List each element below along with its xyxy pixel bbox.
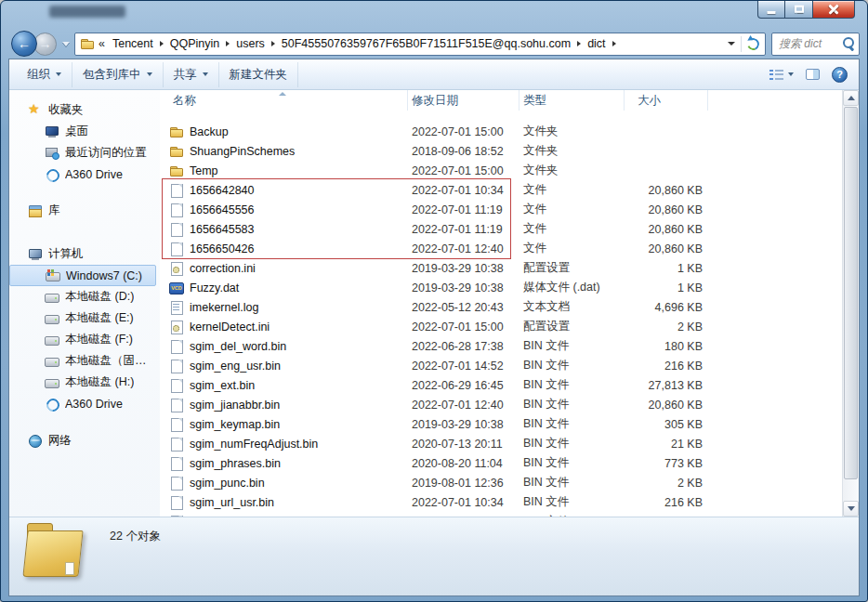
recent-pages-chevron-icon[interactable] — [62, 42, 70, 46]
sidebar-item-label: 本地磁盘 (F:) — [65, 332, 133, 347]
sidebar-item[interactable]: 本地磁盘（固态） — [9, 350, 156, 372]
breadcrumb-segment-group: dict — [584, 35, 618, 52]
maximize-button[interactable] — [785, 1, 812, 19]
address-dropdown-icon[interactable] — [728, 42, 735, 46]
sidebar-item[interactable]: 收藏夹 — [9, 99, 156, 121]
vertical-scrollbar[interactable] — [842, 90, 859, 517]
file-row[interactable]: Fuzzy.dat 2019-03-29 10:38 媒体文件 (.dat) 1… — [160, 278, 842, 297]
toolbar-button[interactable]: 包含到库中 — [72, 62, 164, 87]
file-type-cell: BIN 文件 — [519, 377, 625, 393]
sidebar-item[interactable]: 本地磁盘 (F:) — [9, 329, 156, 350]
sidebar-item[interactable]: A360 Drive — [9, 164, 156, 185]
breadcrumb-arrow-icon[interactable] — [577, 41, 581, 46]
refresh-icon[interactable] — [746, 37, 760, 51]
file-rows: Backup 2022-07-01 15:00 文件夹 ShuangPinSch… — [160, 122, 842, 517]
sidebar-item[interactable]: A360 Drive — [9, 393, 156, 414]
sidebar-item[interactable]: 网络 — [9, 430, 156, 452]
sidebar-item-label: 本地磁盘 (E:) — [65, 310, 134, 326]
file-type-cell: BIN 文件 — [519, 494, 625, 510]
back-button[interactable]: ← — [11, 31, 37, 57]
breadcrumb-overflow[interactable]: « — [95, 37, 109, 50]
file-row[interactable]: sgim_keymap.bin 2019-03-29 10:38 BIN 文件 … — [160, 414, 842, 434]
breadcrumb-segment[interactable]: 50F4555076359767F65B0F71511F515E@qq.sohu… — [278, 35, 574, 52]
scroll-up-button[interactable] — [843, 90, 859, 106]
column-header-type[interactable]: 类型 — [519, 90, 625, 111]
sidebar-item-label: 本地磁盘 (D:) — [65, 289, 134, 305]
file-row[interactable]: 1656650426 2022-07-01 12:40 文件 20,860 KB — [160, 239, 842, 258]
sidebar-item[interactable]: 最近访问的位置 — [9, 142, 156, 164]
toolbar-button[interactable]: 组织 — [17, 62, 72, 87]
file-type-cell: 文件夹 — [519, 163, 625, 178]
search-box[interactable]: 搜索 dict — [771, 33, 860, 56]
chevron-down-icon — [788, 72, 794, 76]
file-name: Fuzzy.dat — [190, 281, 239, 294]
file-list: 名称 修改日期 类型 大小 Backup 2022-07-01 15:00 文 — [160, 90, 842, 517]
breadcrumb-arrow-icon[interactable] — [226, 41, 230, 46]
file-type-cell: 文件夹 — [519, 124, 625, 139]
sidebar-item[interactable]: 库 — [9, 200, 156, 221]
sidebar-item[interactable]: 本地磁盘 (E:) — [9, 308, 156, 329]
breadcrumb-segment[interactable]: QQPinyin — [166, 35, 224, 52]
sidebar-item-label: 本地磁盘（固态） — [65, 353, 156, 369]
file-type-cell: BIN 文件 — [519, 455, 625, 471]
file-row[interactable]: ShuangPinSchemes 2018-09-06 18:52 文件夹 — [160, 141, 842, 161]
file-row[interactable]: 1656645556 2022-07-01 11:19 文件 20,860 KB — [160, 200, 842, 219]
sidebar-item[interactable]: 桌面 — [9, 121, 156, 142]
file-row[interactable]: sgim_url_usr.bin 2022-07-01 10:34 BIN 文件… — [160, 492, 842, 512]
sidebar-item[interactable]: 计算机 — [9, 243, 156, 265]
breadcrumb-segment-group: users — [232, 35, 278, 52]
file-name: Temp — [190, 164, 218, 177]
sidebar-item-label: 网络 — [48, 433, 72, 449]
close-button[interactable] — [812, 1, 855, 19]
breadcrumb-arrow-icon[interactable] — [160, 41, 164, 46]
scrollbar-thumb[interactable] — [844, 107, 858, 479]
sidebar-item[interactable]: 本地磁盘 (H:) — [9, 372, 156, 393]
column-header-size[interactable]: 大小 — [625, 90, 708, 111]
file-size-cell: 2 KB — [625, 477, 708, 490]
minimize-button[interactable] — [757, 1, 785, 19]
sidebar-item[interactable]: 本地磁盘 (D:) — [9, 286, 156, 308]
breadcrumb-arrow-icon[interactable] — [271, 41, 275, 46]
toolbar-button[interactable]: 共享 — [164, 62, 219, 87]
file-row[interactable]: 1656645583 2022-07-01 11:19 文件 20,860 KB — [160, 219, 842, 239]
file-row[interactable]: sgim_ext.bin 2022-06-29 16:45 BIN 文件 27,… — [160, 375, 842, 395]
file-row[interactable]: Temp 2022-07-01 15:00 文件夹 — [160, 161, 842, 180]
file-row[interactable]: kernelDetect.ini 2022-07-01 15:00 配置设置 2… — [160, 317, 842, 336]
scroll-down-button[interactable] — [843, 501, 859, 517]
file-row[interactable]: 1656642840 2022-07-01 10:34 文件 20,860 KB — [160, 180, 842, 200]
breadcrumb-arrow-icon[interactable] — [612, 41, 616, 46]
file-row[interactable]: Backup 2022-07-01 15:00 文件夹 — [160, 122, 842, 141]
help-button[interactable] — [832, 67, 848, 83]
file-row[interactable]: correction.ini 2019-03-29 10:38 配置设置 1 K… — [160, 258, 842, 278]
file-name-cell: sgim_phrases.bin — [160, 456, 408, 471]
file-date-cell: 2020-07-13 20:11 — [408, 438, 519, 451]
file-row[interactable]: sgim_punc.bin 2019-08-01 12:36 BIN 文件 2 … — [160, 473, 842, 492]
folder-icon — [169, 144, 184, 159]
file-date-cell: 2022-07-01 12:40 — [408, 242, 519, 255]
breadcrumb-segment[interactable]: Tencent — [109, 35, 157, 52]
search-icon[interactable] — [843, 37, 855, 50]
breadcrumb-segment[interactable]: dict — [584, 35, 609, 52]
toolbar-button[interactable]: 新建文件夹 — [219, 62, 299, 87]
column-headers: 名称 修改日期 类型 大小 — [160, 90, 842, 111]
file-date-cell: 2022-07-01 15:00 — [408, 125, 519, 138]
ini-file-icon — [169, 320, 184, 334]
address-separator — [741, 36, 742, 52]
sidebar-item[interactable]: Windows7 (C:) — [9, 265, 156, 286]
file-row[interactable]: sgim_numFreqAdjust.bin 2020-07-13 20:11 … — [160, 434, 842, 453]
column-header-date-modified[interactable]: 修改日期 — [408, 90, 519, 111]
titlebar[interactable] — [1, 1, 867, 29]
address-bar[interactable]: « Tencent QQPinyin users 50F455507635976… — [74, 33, 766, 56]
local-disk-icon — [45, 354, 59, 369]
file-row[interactable]: sgim_del_word.bin 2022-06-28 17:38 BIN 文… — [160, 336, 842, 356]
preview-pane-button[interactable] — [806, 69, 820, 80]
file-row[interactable]: sgim_jianabbr.bin 2022-07-01 12:40 BIN 文… — [160, 395, 842, 414]
file-row[interactable]: imekernel.log 2022-05-12 20:43 文本文档 4,69… — [160, 297, 842, 317]
file-row[interactable]: sgim_phrases.bin 2020-08-20 11:04 BIN 文件… — [160, 453, 842, 473]
breadcrumb-segment[interactable]: users — [232, 35, 269, 52]
dat-file-icon — [169, 282, 184, 294]
breadcrumb-segment-group: 50F4555076359767F65B0F71511F515E@qq.sohu… — [278, 35, 584, 52]
file-row[interactable]: sgim_eng_usr.bin 2022-07-01 14:52 BIN 文件… — [160, 356, 842, 375]
blank-file-icon — [169, 222, 184, 237]
change-view-button[interactable] — [769, 69, 794, 80]
